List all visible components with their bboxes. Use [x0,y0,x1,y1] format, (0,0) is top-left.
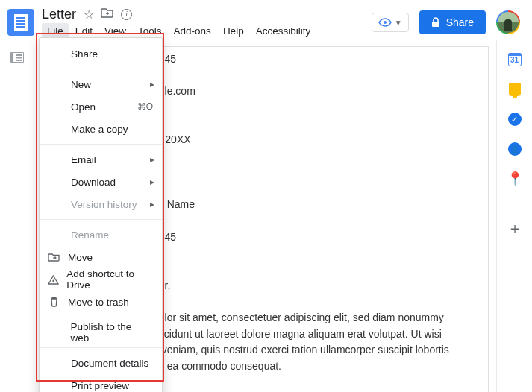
left-gutter [0,40,34,392]
drive-shortcut-icon [47,275,59,285]
document-line[interactable]: dolor sit amet, consectetuer adipiscing … [153,310,472,326]
share-label: Share [446,16,474,28]
header-actions: ▼ Share [372,10,525,34]
calendar-icon[interactable]: 31 [507,52,522,67]
document-line[interactable] [153,100,472,116]
document-line[interactable] [153,165,472,181]
document-line[interactable] [153,148,472,165]
title-area: Letter ☆ i File Edit View Tools Add-ons … [42,7,372,39]
submenu-arrow-icon: ▸ [150,199,154,209]
document-line[interactable]: st [153,213,472,230]
outline-icon[interactable] [10,52,24,63]
document-line[interactable] [153,245,472,262]
eye-icon [378,18,392,27]
menu-item-new[interactable]: New▸ [40,73,162,95]
menu-item-rename: Rename [40,224,162,246]
menubar: File Edit View Tools Add-ons Help Access… [42,23,372,39]
document-line[interactable]: r [153,181,472,197]
document-line[interactable]: ex ea commodo consequat. [153,358,472,375]
submenu-arrow-icon: ▸ [150,79,154,89]
folder-move-icon [47,253,60,262]
share-button[interactable]: Share [419,10,486,34]
file-menu-dropdown: Share New▸ Open⌘O Make a copy Email▸ Dow… [39,37,163,392]
star-icon[interactable]: ☆ [84,7,94,22]
contacts-icon[interactable]: 👤 [507,142,522,157]
submenu-arrow-icon: ▸ [150,154,154,165]
move-folder-icon[interactable] [101,7,113,21]
menu-item-doc-details[interactable]: Document details [40,352,162,374]
menu-item-publish[interactable]: Publish to the web [40,321,162,344]
document-line[interactable]: der, [153,278,472,294]
trash-icon [47,297,60,307]
menu-item-add-shortcut[interactable]: Add shortcut to Drive [40,268,162,291]
menu-tools[interactable]: Tools [133,23,167,39]
menu-edit[interactable]: Edit [70,23,98,39]
submenu-arrow-icon: ▸ [150,177,154,187]
menu-separator [40,219,162,220]
menu-file[interactable]: File [42,23,69,39]
shortcut-label: ⌘O [137,101,153,112]
menu-accessibility[interactable]: Accessibility [251,23,316,39]
document-line[interactable] [153,262,472,278]
menu-item-make-copy[interactable]: Make a copy [40,118,162,140]
document-line[interactable] [153,116,472,133]
document-line[interactable]: nple.com [153,83,472,100]
menu-item-move[interactable]: Move [40,246,162,268]
menu-separator [40,317,162,317]
document-line[interactable] [153,375,472,391]
document-line[interactable]: ny Name [153,197,472,213]
lock-icon [431,17,440,28]
menu-item-download[interactable]: Download▸ [40,171,162,193]
menu-item-print-preview[interactable]: Print preview [40,374,162,392]
tasks-icon[interactable]: ✓ [507,112,522,127]
menu-item-share[interactable]: Share [40,42,162,65]
menu-view[interactable]: View [99,23,131,39]
chevron-down-icon: ▼ [395,19,402,27]
svg-rect-1 [432,22,439,27]
menu-item-version-history[interactable]: Version history▸ [40,193,162,215]
app-header: Letter ☆ i File Edit View Tools Add-ons … [0,0,532,40]
document-line[interactable]: 2345 [153,230,472,246]
svg-point-0 [384,21,387,24]
maps-icon[interactable]: 📍 [507,171,522,186]
document-line[interactable]: 2345 [153,51,472,68]
menu-separator [40,144,162,145]
menu-help[interactable]: Help [218,23,249,39]
menu-separator [40,69,162,69]
side-panel: 31 ✓ 👤 📍 ＋ [496,40,532,392]
see-status-icon[interactable]: i [121,9,132,20]
view-mode-button[interactable]: ▼ [372,13,409,32]
keep-icon[interactable] [507,82,522,97]
document-line[interactable] [153,68,472,84]
account-avatar[interactable] [496,10,520,34]
document-title[interactable]: Letter [42,7,76,22]
document-line[interactable]: n veniam, quis nostrud exerci tation ull… [153,342,472,358]
docs-logo[interactable] [7,9,34,36]
menu-item-move-trash[interactable]: Move to trash [40,291,162,313]
menu-addons[interactable]: Add-ons [169,23,216,39]
menu-separator [40,347,162,348]
menu-item-open[interactable]: Open⌘O [40,95,162,118]
add-addon-button[interactable]: ＋ [507,221,522,235]
menu-item-email[interactable]: Email▸ [40,148,162,171]
document-line[interactable]: tincidunt ut laoreet dolore magna aliqua… [153,326,472,343]
document-line[interactable]: er 20XX [153,132,472,148]
document-line[interactable] [153,294,472,310]
